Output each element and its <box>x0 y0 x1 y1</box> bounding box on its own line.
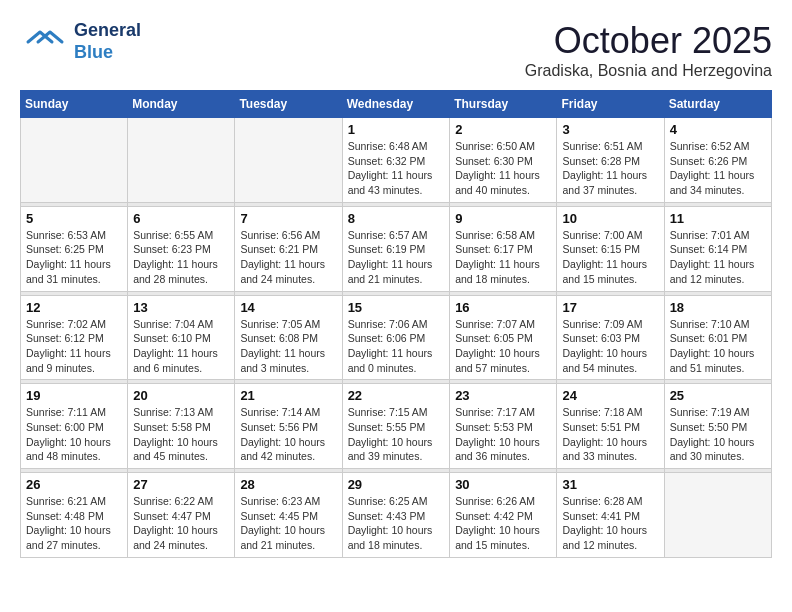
calendar-cell: 7Sunrise: 6:56 AM Sunset: 6:21 PM Daylig… <box>235 206 342 291</box>
day-number: 5 <box>26 211 122 226</box>
week-row-2: 5Sunrise: 6:53 AM Sunset: 6:25 PM Daylig… <box>21 206 772 291</box>
calendar-cell: 30Sunrise: 6:26 AM Sunset: 4:42 PM Dayli… <box>450 473 557 558</box>
week-row-3: 12Sunrise: 7:02 AM Sunset: 6:12 PM Dayli… <box>21 295 772 380</box>
day-number: 19 <box>26 388 122 403</box>
day-info: Sunrise: 6:48 AM Sunset: 6:32 PM Dayligh… <box>348 139 445 198</box>
day-number: 10 <box>562 211 658 226</box>
subtitle: Gradiska, Bosnia and Herzegovina <box>525 62 772 80</box>
page-header: General Blue October 2025 Gradiska, Bosn… <box>20 20 772 80</box>
day-info: Sunrise: 6:53 AM Sunset: 6:25 PM Dayligh… <box>26 228 122 287</box>
day-number: 28 <box>240 477 336 492</box>
day-number: 31 <box>562 477 658 492</box>
day-number: 12 <box>26 300 122 315</box>
col-header-tuesday: Tuesday <box>235 91 342 118</box>
day-number: 25 <box>670 388 766 403</box>
calendar-cell: 6Sunrise: 6:55 AM Sunset: 6:23 PM Daylig… <box>128 206 235 291</box>
day-info: Sunrise: 6:57 AM Sunset: 6:19 PM Dayligh… <box>348 228 445 287</box>
day-number: 13 <box>133 300 229 315</box>
day-number: 15 <box>348 300 445 315</box>
col-header-saturday: Saturday <box>664 91 771 118</box>
calendar-cell: 27Sunrise: 6:22 AM Sunset: 4:47 PM Dayli… <box>128 473 235 558</box>
calendar-cell: 10Sunrise: 7:00 AM Sunset: 6:15 PM Dayli… <box>557 206 664 291</box>
day-info: Sunrise: 6:55 AM Sunset: 6:23 PM Dayligh… <box>133 228 229 287</box>
calendar-header-row: SundayMondayTuesdayWednesdayThursdayFrid… <box>21 91 772 118</box>
day-number: 14 <box>240 300 336 315</box>
calendar-cell: 29Sunrise: 6:25 AM Sunset: 4:43 PM Dayli… <box>342 473 450 558</box>
week-row-4: 19Sunrise: 7:11 AM Sunset: 6:00 PM Dayli… <box>21 384 772 469</box>
col-header-thursday: Thursday <box>450 91 557 118</box>
calendar-cell: 26Sunrise: 6:21 AM Sunset: 4:48 PM Dayli… <box>21 473 128 558</box>
col-header-wednesday: Wednesday <box>342 91 450 118</box>
day-info: Sunrise: 7:13 AM Sunset: 5:58 PM Dayligh… <box>133 405 229 464</box>
day-info: Sunrise: 6:26 AM Sunset: 4:42 PM Dayligh… <box>455 494 551 553</box>
day-number: 23 <box>455 388 551 403</box>
calendar-cell: 17Sunrise: 7:09 AM Sunset: 6:03 PM Dayli… <box>557 295 664 380</box>
day-info: Sunrise: 6:22 AM Sunset: 4:47 PM Dayligh… <box>133 494 229 553</box>
calendar-cell <box>21 118 128 203</box>
day-info: Sunrise: 6:28 AM Sunset: 4:41 PM Dayligh… <box>562 494 658 553</box>
calendar-cell <box>128 118 235 203</box>
day-info: Sunrise: 6:52 AM Sunset: 6:26 PM Dayligh… <box>670 139 766 198</box>
calendar-cell: 12Sunrise: 7:02 AM Sunset: 6:12 PM Dayli… <box>21 295 128 380</box>
calendar-table: SundayMondayTuesdayWednesdayThursdayFrid… <box>20 90 772 558</box>
day-number: 8 <box>348 211 445 226</box>
day-number: 27 <box>133 477 229 492</box>
calendar-cell: 1Sunrise: 6:48 AM Sunset: 6:32 PM Daylig… <box>342 118 450 203</box>
calendar-cell: 23Sunrise: 7:17 AM Sunset: 5:53 PM Dayli… <box>450 384 557 469</box>
day-info: Sunrise: 7:17 AM Sunset: 5:53 PM Dayligh… <box>455 405 551 464</box>
col-header-friday: Friday <box>557 91 664 118</box>
day-info: Sunrise: 6:21 AM Sunset: 4:48 PM Dayligh… <box>26 494 122 553</box>
day-number: 16 <box>455 300 551 315</box>
day-info: Sunrise: 7:02 AM Sunset: 6:12 PM Dayligh… <box>26 317 122 376</box>
day-number: 30 <box>455 477 551 492</box>
day-number: 22 <box>348 388 445 403</box>
col-header-monday: Monday <box>128 91 235 118</box>
day-info: Sunrise: 6:51 AM Sunset: 6:28 PM Dayligh… <box>562 139 658 198</box>
day-info: Sunrise: 6:50 AM Sunset: 6:30 PM Dayligh… <box>455 139 551 198</box>
calendar-cell: 20Sunrise: 7:13 AM Sunset: 5:58 PM Dayli… <box>128 384 235 469</box>
day-number: 7 <box>240 211 336 226</box>
calendar-cell: 18Sunrise: 7:10 AM Sunset: 6:01 PM Dayli… <box>664 295 771 380</box>
day-info: Sunrise: 7:05 AM Sunset: 6:08 PM Dayligh… <box>240 317 336 376</box>
calendar-cell: 19Sunrise: 7:11 AM Sunset: 6:00 PM Dayli… <box>21 384 128 469</box>
day-number: 9 <box>455 211 551 226</box>
calendar-cell: 13Sunrise: 7:04 AM Sunset: 6:10 PM Dayli… <box>128 295 235 380</box>
logo-text: General Blue <box>74 20 141 63</box>
calendar-cell: 31Sunrise: 6:28 AM Sunset: 4:41 PM Dayli… <box>557 473 664 558</box>
day-info: Sunrise: 7:01 AM Sunset: 6:14 PM Dayligh… <box>670 228 766 287</box>
calendar-cell <box>664 473 771 558</box>
day-number: 2 <box>455 122 551 137</box>
day-number: 11 <box>670 211 766 226</box>
day-number: 21 <box>240 388 336 403</box>
calendar-cell: 25Sunrise: 7:19 AM Sunset: 5:50 PM Dayli… <box>664 384 771 469</box>
col-header-sunday: Sunday <box>21 91 128 118</box>
week-row-5: 26Sunrise: 6:21 AM Sunset: 4:48 PM Dayli… <box>21 473 772 558</box>
day-info: Sunrise: 6:58 AM Sunset: 6:17 PM Dayligh… <box>455 228 551 287</box>
day-info: Sunrise: 7:14 AM Sunset: 5:56 PM Dayligh… <box>240 405 336 464</box>
calendar-cell: 15Sunrise: 7:06 AM Sunset: 6:06 PM Dayli… <box>342 295 450 380</box>
day-number: 26 <box>26 477 122 492</box>
day-info: Sunrise: 6:56 AM Sunset: 6:21 PM Dayligh… <box>240 228 336 287</box>
day-info: Sunrise: 7:04 AM Sunset: 6:10 PM Dayligh… <box>133 317 229 376</box>
day-info: Sunrise: 7:19 AM Sunset: 5:50 PM Dayligh… <box>670 405 766 464</box>
day-number: 24 <box>562 388 658 403</box>
calendar-cell: 21Sunrise: 7:14 AM Sunset: 5:56 PM Dayli… <box>235 384 342 469</box>
calendar-cell: 4Sunrise: 6:52 AM Sunset: 6:26 PM Daylig… <box>664 118 771 203</box>
day-number: 20 <box>133 388 229 403</box>
day-info: Sunrise: 6:25 AM Sunset: 4:43 PM Dayligh… <box>348 494 445 553</box>
calendar-cell: 28Sunrise: 6:23 AM Sunset: 4:45 PM Dayli… <box>235 473 342 558</box>
day-info: Sunrise: 7:00 AM Sunset: 6:15 PM Dayligh… <box>562 228 658 287</box>
calendar-cell: 14Sunrise: 7:05 AM Sunset: 6:08 PM Dayli… <box>235 295 342 380</box>
title-block: October 2025 Gradiska, Bosnia and Herzeg… <box>525 20 772 80</box>
calendar-cell: 16Sunrise: 7:07 AM Sunset: 6:05 PM Dayli… <box>450 295 557 380</box>
day-number: 18 <box>670 300 766 315</box>
calendar-cell: 24Sunrise: 7:18 AM Sunset: 5:51 PM Dayli… <box>557 384 664 469</box>
day-info: Sunrise: 7:07 AM Sunset: 6:05 PM Dayligh… <box>455 317 551 376</box>
day-number: 17 <box>562 300 658 315</box>
day-info: Sunrise: 7:10 AM Sunset: 6:01 PM Dayligh… <box>670 317 766 376</box>
logo-icon <box>20 22 70 62</box>
day-info: Sunrise: 7:11 AM Sunset: 6:00 PM Dayligh… <box>26 405 122 464</box>
day-number: 1 <box>348 122 445 137</box>
week-row-1: 1Sunrise: 6:48 AM Sunset: 6:32 PM Daylig… <box>21 118 772 203</box>
calendar-cell: 22Sunrise: 7:15 AM Sunset: 5:55 PM Dayli… <box>342 384 450 469</box>
